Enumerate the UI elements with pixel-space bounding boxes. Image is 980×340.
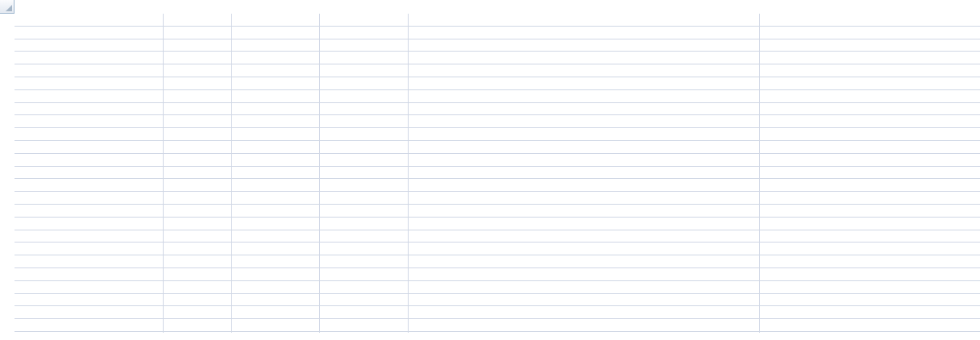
- spreadsheet-grid: [0, 0, 980, 340]
- select-all-corner[interactable]: [0, 0, 15, 14]
- gridlines-layer: [15, 14, 980, 333]
- select-all-triangle-icon: [6, 5, 12, 11]
